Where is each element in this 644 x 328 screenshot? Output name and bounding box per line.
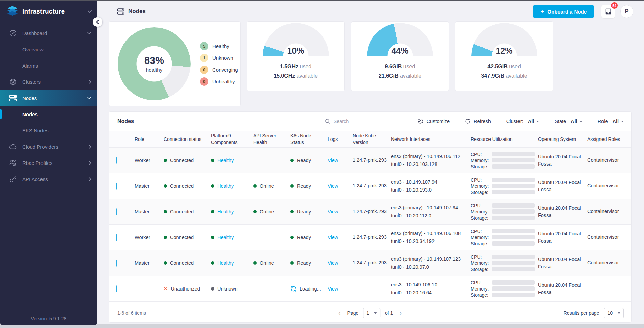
column-header-connection-status: Connection status [164,136,211,143]
green-dot-icon [253,261,257,265]
platform9-components-cell: Healthy [211,183,253,189]
status-text: Connected [170,158,194,163]
sidebar-subitem-label: Overview [22,47,44,52]
kube-version-cell: 1.24.7-pmk.293 [353,182,391,190]
resource-utilization-cell: CPU:Memory:Storage: [471,254,538,273]
k8s-node-status-cell: Ready [290,183,328,189]
onboard-node-button[interactable]: + Onboard a Node [533,5,594,18]
status-text: Unauthorized [171,286,200,292]
filter-role[interactable]: Role All [598,119,624,124]
assigned-roles-cell: Containervisor [587,157,625,163]
health-donut-card: 83% healthy 5Healthy1Unknown0Converging0… [109,21,241,106]
page-title-text: Nodes [128,8,146,15]
role-cell: Master [135,260,164,266]
items-summary: 1-6 of 6 items [117,310,146,316]
view-logs-link[interactable]: View [328,183,338,189]
table-row: MasterConnectedHealthyOnlineReadyView1.2… [109,250,631,276]
gauge-stats: 1.5GHz used15.0GHz available [247,62,344,81]
refresh-button[interactable]: Refresh [465,118,491,124]
status-text[interactable]: Healthy [217,158,234,163]
assigned-roles-cell: Containervisor [587,182,625,189]
logs-cell: View [328,235,353,240]
status-text: Online [260,260,274,266]
connection-status-cell: Connected [164,209,211,215]
search-box[interactable] [325,119,402,124]
clusters-icon [9,78,17,86]
plus-icon: + [540,8,544,15]
status-text[interactable]: Healthy [217,183,234,189]
sidebar-collapse-button[interactable] [93,17,102,27]
search-input[interactable] [333,119,387,124]
row-select-radio[interactable] [116,260,117,267]
customize-button[interactable]: Customize [417,118,450,124]
network-interfaces-cell: ens3 (primary) - 10.149.106.108tunl0 - 1… [391,230,471,245]
chevron-right-icon [89,145,91,149]
brand-header[interactable]: Infrastructure [0,1,97,22]
k8s-node-status-cell: Ready [290,158,328,163]
column-header-api-server-health: API Server Health [253,133,290,146]
status-text: Ready [297,260,311,266]
view-logs-link[interactable]: View [328,158,338,163]
filter-state[interactable]: State All [555,119,582,124]
prev-page-icon[interactable]: ‹ [336,309,342,317]
sidebar-item-cloud-providers[interactable]: Cloud Providers [0,138,97,155]
cpu-bar [492,152,535,156]
sidebar-subitem-alarms[interactable]: Alarms [0,57,97,74]
sidebar-item-dashboard[interactable]: Dashboard [0,25,97,41]
sidebar-subitem-eks-nodes[interactable]: EKS Nodes [0,122,97,138]
sidebar-item-clusters[interactable]: Clusters [0,74,97,90]
next-page-icon[interactable]: › [397,309,403,317]
rbac-icon [9,159,17,167]
sidebar-item-api-access[interactable]: API Access [0,171,97,187]
caret-down-icon [621,121,624,122]
status-text[interactable]: Healthy [217,235,234,240]
table-row: WorkerConnectedHealthyReadyView1.24.7-pm… [109,225,631,250]
avatar-initial: P [625,8,629,15]
k8s-node-status-cell: Loading... [290,286,328,292]
gauge-percent: 12% [455,46,553,56]
network-interfaces-cell: ens3 (primary) - 10.149.106.112tunl0 - 1… [391,153,471,168]
refresh-label: Refresh [474,119,491,124]
sidebar-subitem-label: Alarms [22,63,38,69]
gear-icon [417,118,423,124]
legend-label: Converging [212,67,238,73]
sidebar-subitem-overview[interactable]: Overview [0,41,97,57]
of-label: of 1 [385,310,393,316]
status-text[interactable]: Healthy [217,260,234,266]
row-select-radio[interactable] [116,183,117,190]
sidebar-item-rbac-profiles[interactable]: Rbac Profiles [0,155,97,171]
results-select[interactable]: 10 [604,308,624,318]
sidebar-subitem-nodes[interactable]: Nodes [0,106,97,122]
view-logs-link[interactable]: View [328,209,338,215]
row-select-radio[interactable] [116,234,117,241]
green-dot-icon [290,210,294,213]
sidebar-item-label: Clusters [22,79,89,85]
status-text[interactable]: Healthy [217,209,234,215]
legend-count-badge: 1 [200,54,208,62]
brand-title: Infrastructure [22,8,87,15]
row-select-radio[interactable] [116,208,117,215]
avatar[interactable]: P [620,5,633,18]
logs-cell: View [328,158,353,163]
view-logs-link[interactable]: View [328,235,338,240]
sidebar-item-nodes[interactable]: Nodes [0,90,97,106]
cpu-bar [492,280,535,285]
legend-item-converging: 0Converging [200,66,238,74]
network-interfaces-cell: ens3 (primary) - 10.149.107.123tunl0 - 1… [391,255,471,271]
chevron-down-icon[interactable] [87,10,92,13]
row-select-radio[interactable] [116,285,117,292]
view-logs-link[interactable]: View [328,260,338,266]
legend-item-unknown: 1Unknown [200,54,238,62]
filter-cluster[interactable]: Cluster: All [506,119,539,124]
filter-state-label: State [555,119,566,124]
pager: ‹ Page 1 of 1 › [336,308,404,318]
table-body: WorkerConnectedHealthyReadyView1.24.7-pm… [109,148,631,302]
cpu-bar [492,255,535,259]
network-interfaces-cell: ens3 - 10.149.107.94tunl0 - 10.20.193.0 [391,178,471,194]
view-logs-link[interactable]: View [328,286,338,292]
notifications-button[interactable]: 54 [601,5,615,18]
results-per-page: Results per page 10 [564,308,624,318]
row-select-radio[interactable] [116,157,117,164]
legend-label: Healthy [212,43,229,49]
page-select[interactable]: 1 [363,308,380,318]
